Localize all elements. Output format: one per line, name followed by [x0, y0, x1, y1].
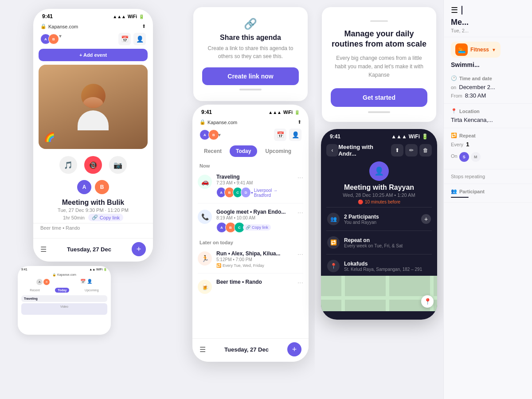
- fitness-tag: 🏊 Fitness ▼: [451, 42, 501, 58]
- event-google-meet: 📞 Google meet • Ryan Endo... 8:19 AM • 1…: [192, 205, 309, 236]
- run-title: Run • Alex, Shipa, Kilua...: [216, 250, 293, 257]
- meet-participants: A B C 🔗 Copy link: [216, 222, 293, 233]
- person-body: [78, 110, 109, 130]
- dark-divider-3: [326, 254, 432, 254]
- dark-edit-btn[interactable]: ✏: [405, 144, 418, 156]
- hair: [83, 97, 103, 108]
- meet-copy-text: Copy link: [252, 225, 268, 230]
- dropdown-icon[interactable]: ▼: [58, 34, 63, 44]
- run-content: Run • Alex, Shipa, Kilua... 5:12PM • 7:0…: [216, 250, 293, 268]
- fitness-section: 🏊 Fitness ▼ Swimmi...: [444, 37, 532, 71]
- cal-nav-avatars: A B ▼: [200, 129, 222, 140]
- day-m[interactable]: M: [471, 152, 481, 162]
- repeat-title: 🔁 Repeat: [451, 133, 525, 138]
- dark-nav-icons: ⬆ ✏ 🗑: [391, 144, 432, 156]
- dark-repeat-value: Every week on Tue, Fri, & Sat: [344, 243, 431, 248]
- copy-link-btn[interactable]: 🔗 Copy link: [88, 214, 123, 221]
- dark-phone: 9:41 ▲▲▲ WiFi 🔋 ‹ Meeting with Andr... ⬆…: [321, 129, 437, 320]
- person-figure: [78, 84, 109, 130]
- run-more[interactable]: ···: [297, 250, 303, 258]
- tab-recent[interactable]: Recent: [198, 145, 228, 157]
- every-row: Every 1: [451, 141, 525, 148]
- link-icon: 🔗: [92, 215, 98, 220]
- tiny-tabs: Recent Today Upcoming: [18, 286, 111, 294]
- tiny-video-label: Video: [60, 305, 68, 308]
- meet-copy-link[interactable]: 🔗 Copy link: [243, 224, 271, 231]
- get-started-button[interactable]: Get started: [331, 88, 427, 107]
- cal-profile-btn[interactable]: 👤: [289, 129, 301, 141]
- event-beer: 🍺 Beer time • Rando ···: [192, 275, 309, 297]
- cal-wifi: WiFi: [283, 110, 293, 115]
- travel-more[interactable]: ···: [297, 174, 303, 182]
- participant-underline: [451, 197, 469, 198]
- meeting-time: Tue, 27 Dec 9:30 PM · 11:20 PM: [40, 207, 146, 213]
- dark-back-btn[interactable]: ‹: [326, 144, 338, 156]
- cal-calendar-btn[interactable]: 📅: [274, 129, 286, 141]
- add-btn[interactable]: +: [132, 242, 146, 256]
- tiny-upcoming-tab[interactable]: Upcoming: [83, 288, 101, 293]
- fitness-label: Fitness: [470, 47, 489, 53]
- meeting-avatars: A B: [40, 179, 146, 195]
- cal-menu-btn[interactable]: ☰: [200, 345, 206, 354]
- dark-meeting-time: 10:25 AM • 1:20 AM: [372, 192, 415, 198]
- time-row: From 8:30 AM: [451, 92, 525, 99]
- from-value: 8:30 AM: [465, 92, 486, 99]
- beer-more[interactable]: ···: [297, 279, 303, 287]
- location-label: Location: [459, 109, 480, 114]
- create-link-button[interactable]: Create link now: [202, 67, 299, 85]
- clock-icon: 🕐: [451, 75, 457, 81]
- divider-1: [198, 203, 303, 203]
- later-label: Later on today: [192, 236, 309, 247]
- time-date-title: 🕐 Time and date: [451, 75, 525, 81]
- on-label: on: [451, 85, 456, 90]
- landing-desc: Every big change comes from a little hab…: [331, 54, 427, 80]
- dark-event-avatar-area: 👤: [321, 159, 437, 182]
- status-icons: ▲▲▲ WiFi 🔋: [113, 14, 144, 19]
- status-bar: 9:41 ▲▲▲ WiFi 🔋: [33, 9, 153, 22]
- run-repeat: 🔁 Every Tue, Wed, Friday: [216, 263, 293, 268]
- add-event-bar[interactable]: + Add event: [39, 49, 148, 61]
- on-days-row: On S M: [451, 150, 525, 162]
- dark-participants-label: 2 Participants: [344, 214, 417, 220]
- repeat-text: Every Tue, Wed, Friday: [223, 263, 264, 268]
- tiny-today-tab[interactable]: Today: [55, 288, 69, 293]
- camera-btn[interactable]: 📷: [109, 156, 127, 174]
- url-text: Kapanse.com: [48, 24, 78, 29]
- cal-time: 9:41: [201, 109, 212, 115]
- dark-status-bar: 9:41 ▲▲▲ WiFi 🔋: [321, 129, 437, 142]
- day-s[interactable]: S: [459, 152, 469, 162]
- dark-share-btn[interactable]: ⬆: [391, 144, 403, 156]
- cal-add-btn[interactable]: +: [287, 342, 301, 356]
- mute-btn[interactable]: 🎵: [59, 156, 77, 174]
- dark-meeting-meta: Wed, 28 Dec 10:25 AM • 1:20 AM: [321, 192, 437, 200]
- location-title: 📍 Location: [451, 108, 525, 114]
- tiny-video-area: Video: [21, 303, 107, 315]
- mid-right-panel: Manage your daily routines from atom sca…: [315, 0, 443, 399]
- meet-icon: 📞: [198, 210, 212, 224]
- menu-btn[interactable]: ☰: [40, 245, 47, 254]
- right-divider-bar: [462, 6, 462, 15]
- meet-more[interactable]: ···: [297, 209, 303, 217]
- calendar-btn[interactable]: 📅: [118, 33, 131, 45]
- landing-title: Manage your daily routines from atom sca…: [331, 29, 427, 50]
- tab-upcoming[interactable]: Upcoming: [259, 145, 297, 157]
- dark-delete-btn[interactable]: 🗑: [419, 144, 432, 156]
- from-label: From: [451, 93, 462, 98]
- dark-add-participant-btn[interactable]: +: [421, 214, 431, 224]
- map-overlay: [321, 276, 437, 311]
- dark-repeat-content: Repeat on Every week on Tue, Fri, & Sat: [344, 237, 431, 248]
- tiny-profile-icon: 👤: [87, 279, 92, 285]
- right-hamburger-icon[interactable]: ☰: [451, 5, 458, 15]
- signal-icon: ▲▲▲: [113, 14, 126, 19]
- tiny-url: 🔒 Kapanse.com: [18, 272, 111, 278]
- alert-text: 10 minutes before: [365, 200, 400, 204]
- fitness-dropdown[interactable]: ▼: [492, 47, 496, 52]
- video-area: 🌈: [39, 65, 148, 149]
- event-name: Swimmi...: [451, 61, 525, 68]
- end-call-btn[interactable]: 📵: [84, 156, 102, 174]
- profile-btn[interactable]: 👤: [133, 33, 146, 45]
- dark-repeat-row: 🔁 Repeat on Every week on Tue, Fri, & Sa…: [321, 233, 437, 252]
- cal-dropdown-icon[interactable]: ▼: [217, 133, 222, 137]
- tiny-recent-tab[interactable]: Recent: [28, 288, 41, 293]
- tab-today[interactable]: Today: [230, 145, 257, 157]
